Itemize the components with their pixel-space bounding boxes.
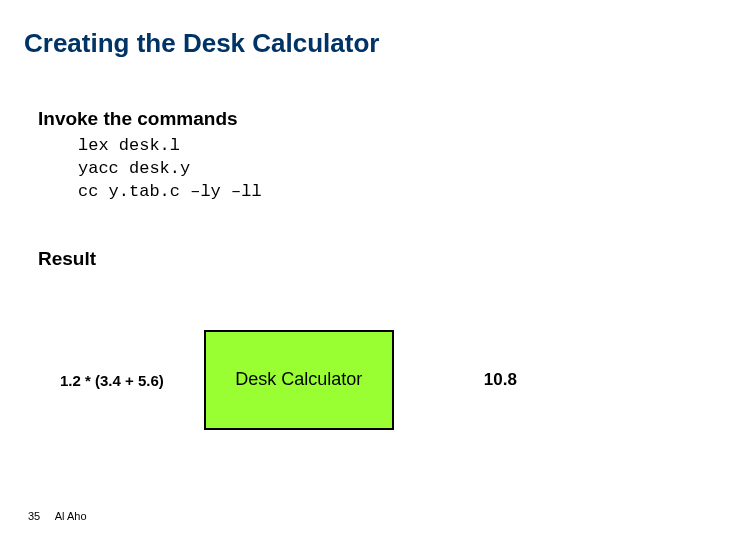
section-heading-invoke: Invoke the commands (38, 108, 238, 130)
author-name: Al Aho (55, 510, 87, 522)
page-number: 35 (28, 510, 40, 522)
diagram-output-value: 10.8 (484, 370, 517, 390)
result-diagram: 1.2 * (3.4 + 5.6) Desk Calculator 10.8 (60, 330, 680, 430)
slide-title: Creating the Desk Calculator (24, 28, 379, 59)
section-heading-result: Result (38, 248, 96, 270)
code-commands: lex desk.l yacc desk.y cc y.tab.c –ly –l… (78, 135, 262, 204)
diagram-box-desk-calculator: Desk Calculator (204, 330, 394, 430)
slide-footer: 35 Al Aho (28, 510, 87, 522)
diagram-input-expression: 1.2 * (3.4 + 5.6) (60, 372, 164, 389)
